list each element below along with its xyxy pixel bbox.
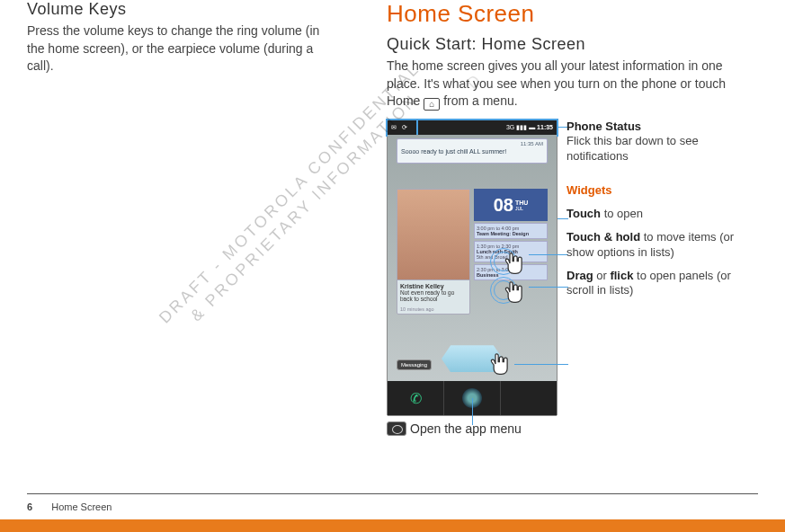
home-icon: ⌂ (424, 98, 440, 111)
calendar-event[interactable]: 1:30 pm to 2:30 pm Lunch with Smith 5th … (474, 241, 548, 262)
home-screen-body: The home screen gives you all your lates… (387, 58, 755, 111)
phone-frame: ✉ ⟳ 3G ▮▮▮ ▬ 11:35 Soooo ready to just c… (387, 120, 558, 416)
footer-section: Home Screen (51, 501, 112, 512)
date-day: THU (515, 200, 528, 206)
right-bottom-button[interactable] (501, 381, 557, 415)
friend-widget[interactable]: Kristine Kelley Not even ready to go bac… (397, 189, 470, 315)
callout-phone-status: Phone Status Flick this bar down to see … (566, 120, 746, 164)
panel-pager[interactable] (442, 345, 503, 372)
footer: 6 Home Screen (27, 501, 112, 512)
callout-touch-open: Touch to open (566, 207, 746, 221)
status-bar[interactable]: ✉ ⟳ 3G ▮▮▮ ▬ 11:35 (388, 120, 557, 135)
messaging-shortcut[interactable]: Messaging (397, 359, 432, 370)
friend-name: Kristine Kelley (400, 283, 467, 289)
friend-ago: 10 minutes ago (397, 305, 469, 314)
callout-body: Flick this bar down to see notifications (566, 134, 699, 162)
footer-rule (27, 493, 758, 494)
callout-title: Widgets (566, 183, 611, 197)
volume-keys-body: Press the volume keys to change the ring… (27, 22, 333, 75)
status-battery-icon: ▬ (529, 124, 535, 130)
home-screen-heading: Home Screen (387, 0, 755, 28)
social-widget[interactable]: Soooo ready to just chill ALL summer! 11… (397, 138, 548, 164)
callout-bold: Touch & hold (566, 230, 640, 244)
body-part-b: from a menu. (443, 93, 517, 108)
status-right: 3G ▮▮▮ ▬ 11:35 (506, 124, 553, 131)
phone-mockup: ✉ ⟳ 3G ▮▮▮ ▬ 11:35 Soooo ready to just c… (387, 120, 755, 461)
callout-bold: Touch (566, 207, 601, 220)
phone-button[interactable]: ✆ (388, 381, 444, 415)
home-screen-body[interactable]: Soooo ready to just chill ALL summer! 11… (388, 135, 557, 415)
launcher-icon (387, 421, 406, 436)
event-loc: 5th and Broad (477, 254, 545, 260)
calendar-event[interactable]: 3:00 pm to 4:00 pm Team Meeting: Design (474, 223, 548, 239)
status-left-icons: ✉ ⟳ (391, 124, 409, 131)
callout-text: to open (601, 207, 643, 220)
volume-keys-heading: Volume Keys (27, 0, 333, 19)
callout-bold: Drag (566, 269, 593, 282)
callout-title: Phone Status (566, 120, 641, 133)
launcher-icon (462, 388, 482, 408)
event-label: Team Meeting: Design (477, 231, 545, 236)
event-label: Business (477, 272, 545, 278)
calendar-event[interactable]: 2:30 pm to 3:00 pm Business (474, 264, 548, 280)
calendar-widget[interactable]: 08 THU JUL 3:00 pm to 4:00 pm Team Meeti… (474, 189, 548, 315)
status-network: 3G (506, 124, 514, 130)
friend-photo (397, 190, 469, 280)
callout-drag-flick: Drag or flick to open panels (or scroll … (566, 269, 746, 298)
quick-start-heading: Quick Start: Home Screen (387, 35, 755, 54)
calendar-date: 08 THU JUL (474, 189, 548, 221)
date-month: JUL (515, 206, 528, 211)
app-menu-caption: Open the app menu (387, 421, 522, 436)
date-num: 08 (494, 195, 513, 216)
callout-text: or (593, 269, 611, 282)
friend-status: Not even ready to go back to school (400, 289, 467, 302)
status-signal-icon: ▮▮▮ (516, 124, 527, 130)
app-menu-text: Open the app menu (410, 421, 522, 436)
status-clock: 11:35 (537, 124, 553, 130)
app-launcher-button[interactable] (444, 381, 501, 415)
footer-orange-bar (0, 519, 785, 532)
page-number: 6 (27, 501, 32, 512)
callout-touch-hold: Touch & hold to move items (or show opti… (566, 230, 746, 260)
callout-bold: flick (610, 269, 633, 282)
social-text: Soooo ready to just chill ALL summer! (401, 148, 543, 155)
callout-widgets: Widgets (566, 183, 746, 198)
social-time: 11:35 AM (521, 141, 543, 146)
bottom-bar: ✆ (388, 381, 557, 415)
